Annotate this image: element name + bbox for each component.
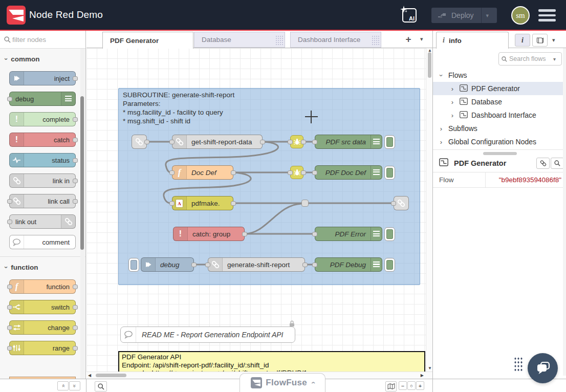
search-node-button[interactable]	[551, 158, 564, 169]
palette-node-comment[interactable]: comment	[9, 235, 76, 249]
chevron-right-icon[interactable]: ›	[449, 98, 455, 106]
output-port[interactable]	[73, 325, 78, 330]
tab-info[interactable]: i info	[436, 32, 509, 49]
zoom-reset-button[interactable]: ○	[407, 381, 416, 390]
sidebar-caret-icon[interactable]: ▾	[552, 37, 555, 43]
tree-row-pdf-generator[interactable]: › PDF Generator	[433, 82, 566, 95]
output-port[interactable]	[73, 117, 78, 122]
pdfmake-node[interactable]: A pdfmake.	[172, 196, 233, 210]
palette-category-common[interactable]: ›common	[0, 49, 85, 65]
palette-node-complete[interactable]: ! complete	[9, 112, 76, 126]
scroll-right-icon[interactable]: ▶	[421, 374, 424, 378]
port[interactable]	[169, 140, 175, 144]
debug-toggle-button[interactable]	[384, 135, 395, 149]
tree-row-subflows[interactable]: › Subflows	[433, 122, 566, 135]
debug-toggle-button[interactable]	[384, 227, 395, 241]
input-port[interactable]	[7, 285, 12, 289]
debug-node-pdf-doc-def[interactable]: PDF Doc Def	[315, 165, 382, 180]
palette-node-debug[interactable]: debug	[9, 92, 76, 106]
scroll-left-icon[interactable]: ◀	[88, 374, 91, 378]
canvas-search-button[interactable]	[95, 381, 107, 391]
palette-scrollbar-thumb[interactable]	[80, 96, 84, 250]
input-port[interactable]	[7, 199, 12, 204]
port[interactable]	[391, 201, 396, 206]
search-flows-input[interactable]	[509, 55, 552, 62]
inject-node-debug[interactable]: debug	[141, 257, 194, 272]
tab-list-caret-icon[interactable]: ▾	[420, 36, 423, 42]
palette-filter[interactable]	[0, 31, 85, 49]
palette-node-change[interactable]: change	[9, 320, 76, 335]
ai-assistant-button[interactable]: AI	[402, 8, 417, 23]
tree-row-flows[interactable]: › Flows	[433, 69, 566, 82]
flow-group[interactable]: SUBROUTINE: generate-shift-reportParamet…	[118, 88, 420, 285]
deploy-button[interactable]: Deploy ▾	[431, 8, 497, 23]
zoom-out-button[interactable]: −	[399, 381, 407, 390]
input-port[interactable]	[7, 305, 12, 310]
navigator-map-button[interactable]	[385, 381, 397, 391]
port[interactable]	[144, 140, 149, 144]
chevron-right-icon[interactable]: ›	[438, 125, 444, 133]
chevron-down-icon[interactable]: ›	[438, 72, 445, 78]
output-port[interactable]	[73, 199, 78, 204]
port[interactable]	[312, 232, 317, 236]
link-call-node-generate[interactable]: generate-shift-report	[208, 257, 305, 272]
sidebar-splitter[interactable]	[433, 149, 566, 156]
debug-node-pdf-src-data[interactable]: PDF src data	[315, 135, 382, 149]
zoom-in-button[interactable]: +	[416, 381, 424, 390]
output-port[interactable]	[73, 285, 78, 289]
palette-node-status[interactable]: status	[9, 153, 76, 167]
chevron-right-icon[interactable]: ›	[449, 85, 455, 93]
port[interactable]	[288, 170, 293, 175]
tree-row-dashboard-interface[interactable]: › Dashboard Interface	[433, 108, 566, 122]
palette-node-range[interactable]: range	[9, 341, 76, 355]
palette-node-link-out[interactable]: link out	[9, 214, 76, 229]
palette-node-catch[interactable]: ! catch	[9, 133, 76, 147]
port[interactable]	[191, 263, 197, 267]
flow-canvas[interactable]: SUBROUTINE: generate-shift-reportParamet…	[86, 48, 432, 379]
output-port[interactable]	[73, 158, 78, 163]
output-port[interactable]	[73, 305, 78, 310]
port[interactable]	[312, 263, 317, 267]
palette-category-function[interactable]: ›function	[0, 257, 85, 273]
debug-node-pdf-error[interactable]: PDF Error	[315, 227, 382, 241]
port[interactable]	[301, 140, 306, 144]
add-flow-button[interactable]: +	[403, 34, 414, 45]
catch-node[interactable]: ! catch: group	[173, 227, 245, 241]
debug-toggle-button[interactable]	[384, 166, 395, 180]
user-avatar[interactable]: sm	[511, 6, 530, 25]
input-port[interactable]	[7, 346, 12, 351]
tree-row-global-config[interactable]: › Global Configuration Nodes	[433, 135, 566, 148]
widget-drag-handle[interactable]	[514, 357, 523, 371]
main-menu-button[interactable]	[538, 9, 556, 21]
tree-row-database[interactable]: › Database	[433, 95, 566, 108]
flowfuse-panel-button[interactable]: FlowFuse ›	[240, 373, 325, 392]
chevron-right-icon[interactable]: ›	[438, 138, 444, 146]
port[interactable]	[260, 140, 265, 144]
canvas-vertical-scrollbar[interactable]: ▲ ▼	[426, 48, 432, 372]
search-flows-box[interactable]: ▾	[498, 52, 562, 66]
input-port[interactable]	[7, 97, 12, 101]
scrollbar-thumb[interactable]	[428, 52, 431, 78]
link-call-node[interactable]: get-shift-report-data	[172, 135, 263, 149]
splitter-grip[interactable]	[483, 152, 517, 155]
tab-database[interactable]: Database	[194, 32, 285, 48]
port[interactable]	[301, 170, 306, 175]
port[interactable]	[169, 170, 175, 175]
palette-collapse-all-button[interactable]: »	[57, 381, 69, 390]
info-panel-button[interactable]: i	[515, 34, 530, 47]
debug-node-pdf-debug[interactable]: PDF Debug	[315, 257, 382, 272]
port[interactable]	[288, 140, 293, 144]
palette-expand-all-button[interactable]: »	[69, 381, 80, 390]
chevron-right-icon[interactable]: ›	[449, 112, 455, 119]
debug-toggle-button[interactable]	[384, 258, 395, 272]
filter-nodes-input[interactable]	[12, 34, 74, 45]
palette-node-link-call[interactable]: link call	[9, 194, 76, 208]
port[interactable]	[312, 170, 317, 175]
deploy-caret-icon[interactable]: ▾	[482, 12, 494, 19]
palette-node-inject[interactable]: inject	[9, 71, 76, 85]
palette-node-switch[interactable]: switch	[9, 300, 76, 314]
port[interactable]	[242, 232, 247, 236]
chat-widget-button[interactable]	[528, 353, 558, 383]
port[interactable]	[312, 140, 317, 144]
output-port[interactable]	[73, 138, 78, 142]
